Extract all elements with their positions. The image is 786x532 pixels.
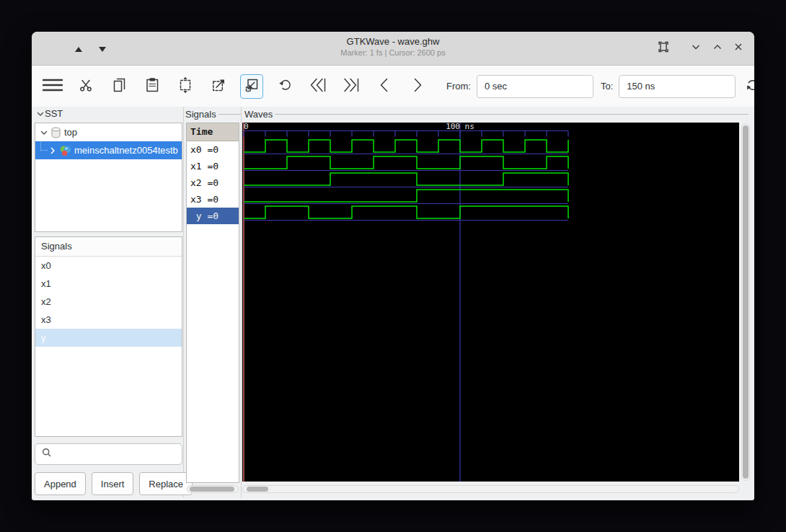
signal-buttons: Append Insert Replace bbox=[35, 472, 182, 495]
wave-names-panel: Time x0 =0 x1 =0 x2 =0 x3 =0 y =0 bbox=[186, 123, 239, 483]
frame-line bbox=[275, 114, 749, 115]
cut-button[interactable] bbox=[74, 74, 97, 99]
tree-item-module[interactable]: meinschaltnetz0054testb bbox=[35, 141, 182, 159]
scrollbar-thumb[interactable] bbox=[190, 487, 234, 492]
module-icon bbox=[59, 145, 71, 156]
list-item-x3[interactable]: x3 bbox=[35, 311, 182, 329]
zoom-fit-button[interactable] bbox=[174, 74, 197, 99]
paste-button[interactable] bbox=[141, 74, 164, 99]
skip-to-start-button[interactable] bbox=[306, 74, 330, 99]
minimize-button[interactable] bbox=[689, 41, 703, 56]
from-label: From: bbox=[446, 81, 471, 92]
signal-search[interactable] bbox=[35, 443, 182, 465]
waves-frame: Waves bbox=[244, 109, 749, 120]
wave-name-row-x0[interactable]: x0 =0 bbox=[187, 141, 239, 158]
tree-guide-line bbox=[40, 141, 48, 151]
chevron-up-icon bbox=[712, 41, 723, 56]
window-subtitle: Marker: 1 fs | Cursor: 2600 ps bbox=[32, 48, 754, 58]
chevron-right-icon bbox=[410, 76, 425, 97]
list-item-x0[interactable]: x0 bbox=[35, 257, 182, 275]
wave-name-row-x1[interactable]: x1 =0 bbox=[187, 158, 239, 174]
zoom-in-icon bbox=[210, 76, 227, 97]
zoom-in-button[interactable] bbox=[207, 74, 230, 99]
maximize-button[interactable] bbox=[710, 41, 725, 56]
sst-tree: top meinschaltnetz0054testb bbox=[35, 123, 182, 232]
chevron-left-icon bbox=[376, 76, 392, 97]
replace-button[interactable]: Replace bbox=[139, 472, 193, 495]
scissors-icon bbox=[77, 76, 94, 97]
reload-icon bbox=[744, 76, 754, 97]
wave-name-row-x2[interactable]: x2 =0 bbox=[187, 174, 239, 191]
waves-hscrollbar[interactable] bbox=[242, 485, 739, 493]
wave-name-row-x3[interactable]: x3 =0 bbox=[187, 191, 239, 208]
chevron-down-icon bbox=[690, 41, 702, 56]
menu-button[interactable] bbox=[41, 74, 64, 99]
search-icon bbox=[41, 447, 53, 461]
tree-item-top[interactable]: top bbox=[35, 123, 182, 141]
database-icon bbox=[50, 127, 61, 138]
pane-splitter-right[interactable] bbox=[241, 107, 242, 497]
to-input[interactable] bbox=[619, 75, 736, 98]
shift-left-button[interactable] bbox=[373, 74, 396, 99]
shift-right-button[interactable] bbox=[406, 74, 429, 99]
tree-item-label: meinschaltnetz0054testb bbox=[74, 145, 178, 156]
svg-text:0: 0 bbox=[244, 123, 249, 131]
time-header: Time bbox=[187, 123, 239, 141]
waves-vscrollbar[interactable] bbox=[741, 123, 750, 481]
signal-list-header: Signals bbox=[35, 237, 182, 257]
wave-names-frame-label: Signals bbox=[185, 109, 216, 120]
double-chevron-left-bar-icon bbox=[309, 76, 327, 97]
copy-icon bbox=[110, 76, 128, 97]
waves-frame-label: Waves bbox=[244, 109, 273, 120]
tree-item-label: top bbox=[64, 127, 77, 138]
wave-name-row-y[interactable]: y =0 bbox=[187, 208, 239, 224]
window-title: GTKWave - wave.ghw bbox=[32, 35, 754, 48]
wave-names-frame: Signals bbox=[185, 109, 241, 120]
fullscreen-button[interactable] bbox=[656, 41, 671, 56]
title-block: GTKWave - wave.ghw Marker: 1 fs | Cursor… bbox=[32, 35, 754, 58]
list-item-y[interactable]: y bbox=[35, 329, 182, 347]
titlebar: GTKWave - wave.ghw Marker: 1 fs | Cursor… bbox=[32, 32, 754, 66]
append-button[interactable]: Append bbox=[35, 472, 86, 495]
zoom-out-button[interactable] bbox=[240, 74, 263, 99]
signal-list: Signals x0 x1 x2 x3 y bbox=[35, 236, 182, 437]
sst-label: SST bbox=[45, 108, 63, 119]
undo-button[interactable] bbox=[273, 74, 296, 99]
to-label: To: bbox=[601, 81, 613, 92]
skip-to-end-button[interactable] bbox=[340, 74, 363, 99]
expander-down-icon[interactable] bbox=[40, 128, 48, 137]
hamburger-icon bbox=[43, 76, 63, 97]
from-input[interactable] bbox=[477, 75, 593, 98]
undo-icon bbox=[276, 76, 293, 97]
svg-text:100 ns: 100 ns bbox=[446, 123, 474, 131]
zoom-out-icon bbox=[243, 76, 260, 97]
sst-frame: SST bbox=[36, 108, 94, 119]
wave-canvas[interactable]: 0100 ns bbox=[242, 123, 739, 482]
pane-splitter-left[interactable] bbox=[183, 107, 184, 497]
list-item-x2[interactable]: x2 bbox=[35, 293, 182, 311]
expander-down-icon[interactable] bbox=[36, 110, 45, 118]
wave-names-hscrollbar[interactable] bbox=[187, 485, 239, 493]
frame-line bbox=[218, 114, 241, 115]
gtkwave-window: GTKWave - wave.ghw Marker: 1 fs | Cursor… bbox=[32, 32, 754, 500]
insert-button[interactable]: Insert bbox=[92, 472, 134, 495]
zoom-fit-icon bbox=[177, 76, 194, 97]
close-button[interactable] bbox=[731, 41, 746, 56]
copy-button[interactable] bbox=[107, 74, 131, 99]
toolbar: From: To: bbox=[32, 66, 754, 107]
clipboard-icon bbox=[143, 76, 161, 97]
list-item-x1[interactable]: x1 bbox=[35, 275, 182, 293]
scrollbar-thumb[interactable] bbox=[743, 125, 749, 479]
fullscreen-icon bbox=[657, 40, 670, 56]
double-chevron-right-bar-icon bbox=[342, 76, 361, 97]
reload-button[interactable] bbox=[741, 74, 754, 99]
scrollbar-thumb[interactable] bbox=[247, 487, 268, 492]
expander-right-icon[interactable] bbox=[48, 146, 57, 155]
close-icon bbox=[733, 41, 744, 56]
